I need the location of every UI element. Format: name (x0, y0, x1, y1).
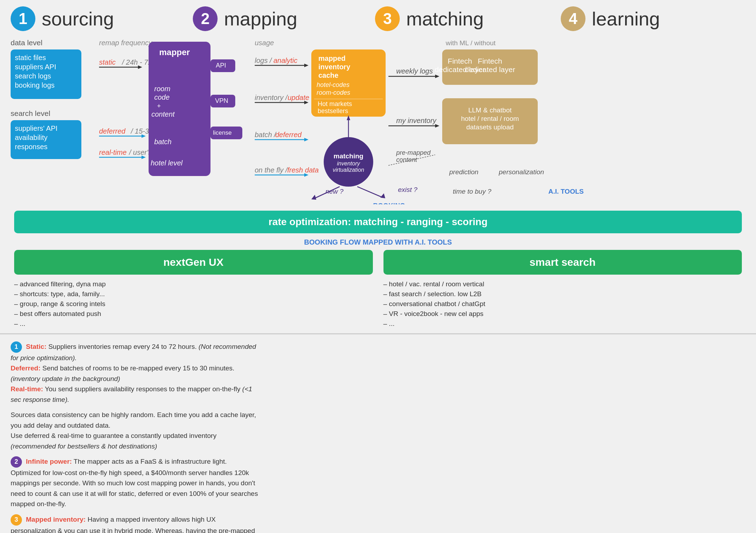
svg-text:Hot markets: Hot markets (318, 100, 352, 107)
svg-text:time to buy ?: time to buy ? (453, 188, 491, 195)
svg-text:Fintech: Fintech (448, 57, 472, 65)
svg-text:inventory: inventory (337, 160, 360, 166)
nextgen-item-5: ... (14, 320, 373, 328)
section-3-title: matching (406, 8, 484, 30)
section-1-header: 1 sourcing (11, 6, 193, 31)
svg-text:booking logs: booking logs (15, 81, 54, 89)
section-2-title: mapping (224, 8, 297, 30)
svg-line-99 (357, 187, 382, 197)
svg-text:A.I. TOOLS: A.I. TOOLS (548, 188, 584, 195)
svg-text:logs /: logs / (255, 57, 272, 64)
svg-text:usage: usage (255, 39, 274, 47)
svg-text:hotel level: hotel level (151, 159, 183, 167)
svg-text:mapper: mapper (159, 47, 190, 57)
svg-text:prediction: prediction (449, 168, 478, 176)
svg-text:remap frequency: remap frequency (99, 39, 152, 47)
svg-text:matching: matching (334, 152, 363, 160)
svg-text:analytic: analytic (273, 57, 298, 64)
svg-text:VPN: VPN (215, 97, 228, 104)
svg-text:code: code (154, 93, 169, 101)
svg-text:Fintech: Fintech (478, 57, 502, 65)
svg-marker-76 (435, 124, 439, 128)
svg-marker-98 (311, 195, 316, 200)
svg-text:LLM & chatbot: LLM & chatbot (468, 106, 512, 114)
smartsearch-list: hotel / vac. rental / room vertical fast… (383, 280, 742, 328)
mapped-inv-label: Mapped inventory: (26, 516, 86, 523)
explain-num-1: 1 (11, 341, 22, 353)
explain-left-col: 1 Static: Suppliers inventories remap ev… (11, 341, 258, 533)
section-4-title: learning (592, 8, 660, 30)
svg-marker-50 (304, 138, 308, 141)
svg-marker-100 (380, 193, 385, 198)
nextgen-item-3: group, range & scoring intels (14, 300, 373, 308)
svg-marker-73 (435, 75, 439, 78)
infinite-label: Infinite power: (26, 458, 72, 465)
svg-marker-42 (304, 64, 308, 67)
smartsearch-bullets: hotel / vac. rental / room vertical fast… (383, 280, 742, 330)
svg-text:real-time: real-time (99, 148, 127, 156)
svg-text:API: API (216, 62, 226, 69)
section-1-num: 1 (11, 6, 35, 31)
nextgen-item-2: shortcuts: type, ada, family... (14, 290, 373, 298)
svg-text:static files: static files (15, 54, 46, 62)
svg-text:cache: cache (318, 71, 339, 79)
svg-text:+: + (157, 102, 161, 110)
diagram-area: data level static files suppliers API se… (0, 35, 756, 204)
explain-item-sources: Sources data consistency can be highly r… (11, 410, 258, 451)
svg-text:license: license (213, 129, 232, 136)
rate-optimization-area: best avail. rate BOOKING FLOW rate optim… (0, 197, 756, 330)
svg-text:on the fly /: on the fly / (255, 166, 288, 174)
nextgen-bullets: advanced filtering, dyna map shortcuts: … (14, 280, 373, 330)
svg-text:weekly logs: weekly logs (396, 67, 433, 75)
svg-text:data level: data level (11, 39, 42, 47)
divider (0, 333, 756, 334)
static-label: Static: (26, 343, 46, 350)
booking-flow-mapped: BOOKING FLOW MAPPED WITH A.I. TOOLS (14, 238, 742, 246)
nextgen-ux-box: nextGen UX (14, 250, 373, 275)
svg-text:search level: search level (11, 109, 50, 117)
smartsearch-item-3: conversational chatbot / chatGpt (383, 300, 742, 308)
section-4-header: 4 learning (561, 6, 745, 31)
svg-text:virtualization: virtualization (333, 167, 364, 173)
svg-text:dedicated layer: dedicated layer (465, 65, 515, 74)
svg-text:room-codes: room-codes (317, 89, 350, 96)
main-container: 1 sourcing 2 mapping 3 matching 4 learni… (0, 0, 756, 533)
svg-text:mapped: mapped (318, 54, 346, 62)
svg-text:inventory /: inventory / (255, 94, 288, 101)
smartsearch-item-2: fast search / selection. low L2B (383, 290, 742, 298)
svg-text:my inventory: my inventory (396, 117, 437, 124)
explain-item-2: 2 Infinite power: The mapper acts as a F… (11, 456, 258, 509)
svg-text:content: content (396, 156, 417, 163)
nextgen-item-4: best offers automated push (14, 310, 373, 318)
svg-text:hotel / rental / room: hotel / rental / room (461, 115, 519, 122)
nextgen-item-1: advanced filtering, dyna map (14, 280, 373, 288)
svg-text:deferred: deferred (99, 127, 126, 135)
svg-text:batch /: batch / (255, 131, 277, 139)
explanations-section: 1 Static: Suppliers inventories remap ev… (0, 338, 756, 533)
nextgen-list: advanced filtering, dyna map shortcuts: … (14, 280, 373, 328)
svg-text:exist ?: exist ? (398, 186, 417, 193)
smartsearch-item-5: ... (383, 320, 742, 328)
explain-item-3: 3 Mapped inventory: Having a mapped inve… (11, 514, 258, 533)
svg-text:inventory: inventory (318, 63, 351, 71)
section-2-num: 2 (193, 6, 218, 31)
svg-text:hotel-codes: hotel-codes (317, 81, 350, 88)
smart-search-box: smart search (383, 250, 742, 275)
section-3-header: 3 matching (375, 6, 561, 31)
svg-text:static: static (99, 58, 116, 66)
svg-text:search logs: search logs (15, 72, 51, 80)
rate-optimization-bar: rate optimization: matching - ranging - … (14, 211, 742, 233)
smartsearch-item-1: hotel / vac. rental / room vertical (383, 280, 742, 288)
realtime-label: Real-time: (11, 385, 43, 393)
explain-item-1: 1 Static: Suppliers inventories remap ev… (11, 341, 258, 405)
svg-text:room: room (154, 85, 171, 93)
smartsearch-item-4: VR - voice2book - new cel apps (383, 310, 742, 318)
section-2-header: 2 mapping (193, 6, 375, 31)
section-4-num: 4 (561, 6, 585, 31)
diagram-svg: data level static files suppliers API se… (7, 35, 749, 204)
explain-num-2: 2 (11, 456, 22, 468)
svg-text:responses: responses (15, 143, 47, 151)
header-row: 1 sourcing 2 mapping 3 matching 4 learni… (0, 0, 756, 35)
svg-text:bestsellers: bestsellers (318, 107, 348, 115)
section-3-num: 3 (375, 6, 400, 31)
